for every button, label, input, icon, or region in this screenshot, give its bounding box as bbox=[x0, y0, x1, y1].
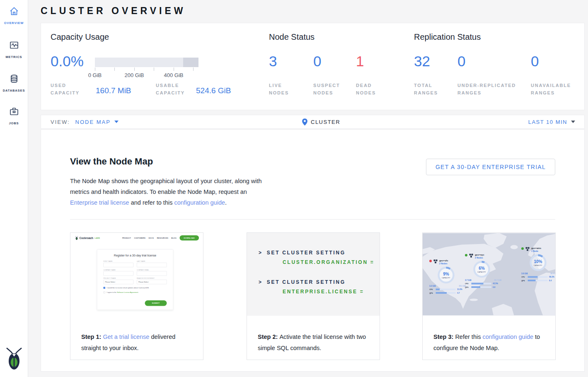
node-stack-icon bbox=[525, 247, 530, 251]
step2-caption: Step 2: Activate the trial license with … bbox=[247, 320, 380, 353]
page-title: CLUSTER OVERVIEW bbox=[41, 5, 186, 17]
reason-select-image: Please Select bbox=[137, 280, 167, 284]
dead-nodes-value: 1 bbox=[356, 53, 364, 70]
sidebar-item-databases[interactable]: DATABASES bbox=[0, 73, 28, 92]
locality-name: geo=nyc bbox=[475, 254, 484, 256]
home-icon bbox=[9, 6, 19, 18]
axis-tick bbox=[174, 68, 174, 71]
view-label: VIEW: bbox=[51, 119, 70, 125]
sql-setting-name: ENTERPRISE.LICENSE = bbox=[283, 289, 380, 295]
used-capacity: 3.2 GiB bbox=[429, 285, 436, 287]
sql-keyword: SET CLUSTER SETTING bbox=[267, 250, 346, 256]
locality-name: geo=ams bbox=[531, 247, 541, 249]
dead-nodes-label: DEAD NODES bbox=[356, 82, 383, 97]
node-map-preview: geo=sfo 2 Nodes 9% CAPACITY bbox=[423, 233, 555, 316]
used-capacity: 3.7 GiB bbox=[465, 279, 472, 281]
sidebar-item-jobs[interactable]: JOBS bbox=[0, 106, 28, 125]
sidebar-item-overview[interactable]: OVERVIEW bbox=[0, 6, 28, 25]
under-replicated-ranges-label: UNDER-REPLICATED RANGES bbox=[457, 82, 526, 97]
capacity-percent: 6% bbox=[479, 266, 484, 271]
field-label: FIRST NAME bbox=[104, 261, 134, 262]
step1-caption: Step 1: Get a trial license delivered st… bbox=[70, 320, 203, 353]
chevron-down-icon[interactable] bbox=[114, 121, 119, 123]
configuration-guide-link[interactable]: configuration guide bbox=[482, 334, 533, 340]
chevron-down-icon bbox=[571, 121, 575, 123]
get-trial-license-link[interactable]: Get a trial license bbox=[103, 334, 149, 340]
sidebar-item-metrics[interactable]: METRICS bbox=[0, 40, 28, 59]
capacity-label: CAPACITY bbox=[534, 265, 542, 266]
qps-value: 0.0 bbox=[493, 286, 495, 288]
suspect-nodes-value: 0 bbox=[313, 53, 321, 70]
nav-item: RESOURCES bbox=[157, 237, 168, 239]
node-stack-icon bbox=[433, 259, 438, 263]
qps-label: QPS bbox=[465, 286, 470, 288]
used-capacity-value: 160.7 MiB bbox=[96, 86, 131, 95]
node-map-section-title: View the Node Map bbox=[70, 156, 153, 167]
time-range-label: LAST 10 MIN bbox=[528, 119, 567, 125]
checkbox-label: I would like to receive email updates ab… bbox=[107, 287, 149, 289]
used-capacity: 3.6 GiB bbox=[521, 273, 528, 275]
configuration-guide-link[interactable]: configuration guide bbox=[174, 199, 225, 206]
qps-bar bbox=[528, 280, 548, 281]
project-phase-select-image: Please Select bbox=[104, 280, 134, 284]
unavailable-ranges-value: 0 bbox=[531, 53, 539, 70]
field-label: REASON FOR INTEREST bbox=[137, 278, 167, 279]
capacity-bar bbox=[95, 58, 198, 67]
view-selector[interactable]: NODE MAP bbox=[75, 119, 111, 125]
capacity-gauge: 9% CAPACITY bbox=[437, 266, 455, 285]
step-number: Step 3: bbox=[433, 334, 455, 340]
locality-widget-ams: geo=ams 1 Node 10% CAPACITY bbox=[521, 247, 555, 282]
time-range-selector[interactable]: LAST 10 MIN bbox=[528, 119, 575, 125]
step1-card: Cockroach LABS PRODUCT CUSTOMERS DOCS RE… bbox=[70, 232, 203, 360]
cpu-label: CPU bbox=[521, 276, 526, 278]
locality-node-count: 1 Node bbox=[531, 250, 541, 252]
description-text: . bbox=[225, 199, 227, 206]
total-capacity: 36.4 GiB bbox=[550, 273, 555, 275]
used-capacity-label: USED CAPACITY bbox=[51, 82, 90, 97]
axis-tick-label: 0 GiB bbox=[88, 72, 102, 78]
status-dot-icon bbox=[429, 260, 432, 262]
capacity-usage-title: Capacity Usage bbox=[51, 32, 109, 42]
locality-node-count: 2 Nodes bbox=[475, 256, 484, 259]
cpu-value: 42.5% bbox=[493, 283, 498, 285]
step3-caption: Step 3: Refer this configuration guide t… bbox=[423, 320, 555, 353]
capacity-bar-other-segment bbox=[183, 58, 199, 67]
qps-value: 4.7 bbox=[457, 292, 460, 294]
node-stack-icon bbox=[469, 254, 473, 258]
unavailable-ranges-label: UNAVAILABLE RANGES bbox=[531, 82, 578, 97]
capacity-percent: 10% bbox=[534, 259, 542, 264]
trial-registration-form: Register for a 30-day trial license FIRS… bbox=[97, 249, 173, 310]
field-label: PROJECT PHASE bbox=[104, 278, 134, 279]
sidebar: OVERVIEW METRICS DATABASES bbox=[0, 0, 28, 377]
enterprise-trial-button[interactable]: GET A 30-DAY ENTERPRISE TRIAL bbox=[426, 159, 555, 175]
total-ranges-label: TOTAL RANGES bbox=[414, 82, 445, 97]
field-label: COMPANY EMAIL bbox=[137, 269, 167, 271]
view-bar: VIEW: NODE MAP CLUSTER LAST 10 MIN bbox=[41, 115, 585, 129]
download-button-image: DOWNLOAD bbox=[180, 235, 199, 241]
nav-item: CUSTOMERS bbox=[134, 237, 145, 239]
main-content: CLUSTER OVERVIEW Capacity Usage 0.0% 0 G… bbox=[28, 0, 588, 377]
field-label: COMPANY NAME bbox=[104, 269, 134, 271]
node-map-panel: View the Node Map The Node Map shows the… bbox=[41, 129, 585, 372]
step3-card: geo=sfo 2 Nodes 9% CAPACITY bbox=[422, 232, 556, 360]
nav-item: DOCS bbox=[149, 237, 154, 239]
axis-tick bbox=[95, 68, 95, 71]
step-number: Step 2: bbox=[258, 334, 279, 340]
sidebar-item-label: DATABASES bbox=[3, 89, 25, 92]
briefcase-icon bbox=[9, 106, 19, 118]
node-status-title: Node Status bbox=[269, 32, 315, 42]
prompt-symbol: > bbox=[259, 279, 263, 285]
checkbox-label: I agree to the Software License Agreemen… bbox=[107, 292, 139, 294]
sql-keyword: SET CLUSTER SETTING bbox=[267, 279, 346, 285]
section-divider bbox=[70, 219, 555, 220]
software-license-link-image: Software License Agreement. bbox=[117, 292, 138, 294]
sql-setting-name: CLUSTER.ORGANIZATION = bbox=[283, 259, 380, 265]
capacity-gauge: 10% CAPACITY bbox=[529, 254, 547, 272]
nav-item: BLOG bbox=[172, 237, 177, 239]
axis-tick bbox=[114, 68, 115, 71]
breadcrumb-cluster[interactable]: CLUSTER bbox=[302, 118, 340, 126]
cpu-bar bbox=[472, 283, 491, 285]
capacity-percent: 9% bbox=[443, 272, 449, 277]
suspect-nodes-label: SUSPECT NODES bbox=[313, 82, 348, 97]
enterprise-trial-license-link[interactable]: Enterprise trial license bbox=[70, 199, 129, 206]
